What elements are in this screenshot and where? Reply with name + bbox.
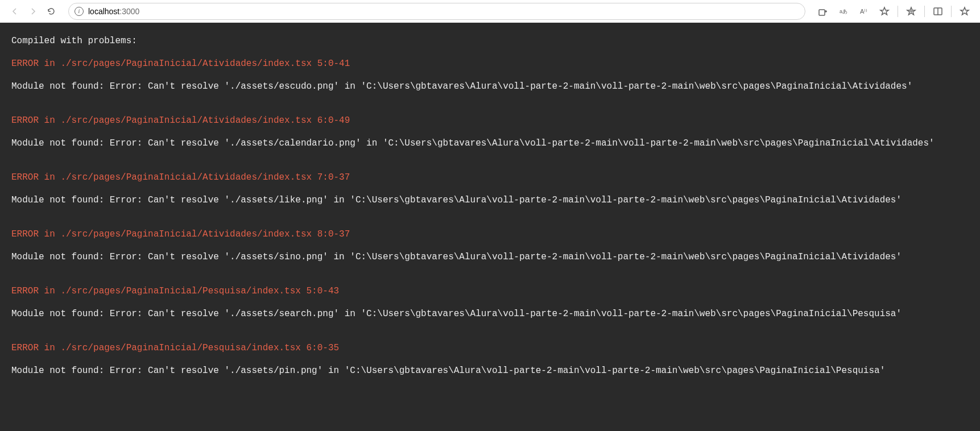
error-title: ERROR in ./src/pages/PaginaInicial/Ativi… (11, 171, 969, 184)
nav-buttons (7, 3, 59, 19)
toolbar-divider (898, 6, 898, 17)
error-title: ERROR in ./src/pages/PaginaInicial/Pesqu… (11, 284, 969, 298)
svg-text:aあ: aあ (840, 9, 847, 14)
read-aloud-button[interactable]: A⁾⁾ (855, 3, 873, 20)
refresh-icon (47, 7, 56, 16)
toolbar-divider (924, 6, 925, 17)
collections-button[interactable] (903, 3, 920, 20)
svg-rect-0 (819, 10, 825, 15)
favorites-star-button[interactable] (956, 3, 973, 20)
translate-icon: aあ (838, 6, 849, 16)
error-block: ERROR in ./src/pages/PaginaInicial/Ativi… (11, 114, 969, 150)
split-screen-button[interactable] (929, 3, 946, 20)
errors-container: ERROR in ./src/pages/PaginaInicial/Ativi… (11, 57, 969, 378)
url-host: localhost (88, 7, 119, 16)
star-outline-icon (960, 6, 970, 16)
favorites-button[interactable] (876, 3, 893, 20)
error-detail: Module not found: Error: Can't resolve '… (11, 136, 969, 150)
compiled-header: Compiled with problems: (11, 34, 969, 48)
info-icon[interactable]: i (75, 7, 84, 16)
error-detail: Module not found: Error: Can't resolve '… (11, 80, 969, 93)
read-aloud-icon: A⁾⁾ (859, 6, 869, 16)
error-detail: Module not found: Error: Can't resolve '… (11, 364, 969, 378)
error-title: ERROR in ./src/pages/PaginaInicial/Ativi… (11, 114, 969, 127)
error-block: ERROR in ./src/pages/PaginaInicial/Ativi… (11, 57, 969, 93)
address-bar[interactable]: i localhost:3000 (68, 3, 805, 20)
error-detail: Module not found: Error: Can't resolve '… (11, 193, 969, 207)
error-title: ERROR in ./src/pages/PaginaInicial/Ativi… (11, 57, 969, 71)
error-block: ERROR in ./src/pages/PaginaInicial/Ativi… (11, 227, 969, 264)
toolbar-divider (951, 6, 952, 17)
collections-icon (906, 6, 916, 16)
error-block: ERROR in ./src/pages/PaginaInicial/Pesqu… (11, 284, 969, 321)
extensions-icon (818, 6, 828, 16)
split-screen-icon (933, 6, 943, 16)
svg-text:A⁾⁾: A⁾⁾ (860, 8, 867, 15)
extensions-button[interactable] (814, 3, 832, 20)
forward-button[interactable] (25, 3, 41, 19)
arrow-right-icon (28, 7, 38, 16)
error-detail: Module not found: Error: Can't resolve '… (11, 250, 969, 264)
browser-toolbar: i localhost:3000 aあ A⁾⁾ (0, 0, 980, 23)
error-block: ERROR in ./src/pages/PaginaInicial/Pesqu… (11, 341, 969, 378)
error-detail: Module not found: Error: Can't resolve '… (11, 307, 969, 321)
star-icon (879, 6, 890, 16)
translate-button[interactable]: aあ (835, 3, 852, 20)
error-title: ERROR in ./src/pages/PaginaInicial/Ativi… (11, 227, 969, 241)
error-overlay: Compiled with problems: ERROR in ./src/p… (0, 23, 980, 431)
back-button[interactable] (7, 3, 23, 19)
error-title: ERROR in ./src/pages/PaginaInicial/Pesqu… (11, 341, 969, 355)
toolbar-right: aあ A⁾⁾ (814, 3, 973, 20)
url-text: localhost:3000 (88, 7, 139, 16)
arrow-left-icon (10, 7, 19, 16)
refresh-button[interactable] (43, 3, 59, 19)
error-block: ERROR in ./src/pages/PaginaInicial/Ativi… (11, 171, 969, 207)
url-port: :3000 (119, 7, 139, 16)
